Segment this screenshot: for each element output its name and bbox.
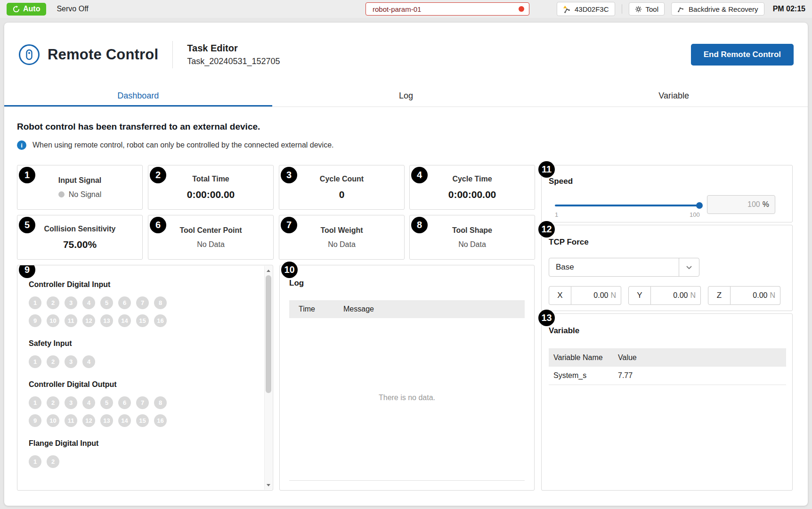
scrollbar-thumb[interactable]: [266, 275, 271, 393]
end-remote-control-button[interactable]: End Remote Control: [691, 44, 794, 66]
card-label: Cycle Count: [320, 175, 364, 183]
annotation-badge-1: 1: [19, 167, 35, 183]
annotation-badge-13: 13: [538, 310, 555, 326]
header-divider: [172, 41, 173, 68]
table-row: System_s 7.77: [549, 367, 786, 385]
io-indicator: 7: [136, 396, 149, 409]
device-id-button[interactable]: 43D02F3C: [557, 2, 615, 16]
card-label: Collision Sensitivity: [44, 225, 115, 233]
io-section-controller-digital-input: Controller Digital Input 1 2 3 4 5 6 7 8…: [29, 280, 254, 327]
card-total-time: 2 Total Time 0:00:00.00: [148, 165, 274, 210]
speed-max-label: 100: [690, 211, 700, 218]
log-bottom-divider: [289, 480, 525, 481]
card-cycle-time: 4 Cycle Time 0:00:00.00: [409, 165, 535, 210]
frame-select-value: Base: [549, 263, 679, 272]
task-name: Task_20240531_152705: [187, 57, 280, 66]
io-indicator: 12: [82, 314, 95, 327]
io-indicator: 3: [65, 296, 77, 309]
io-row: 9 10 11 12 13 14 15 16: [29, 314, 254, 327]
annotation-badge-10: 10: [281, 262, 298, 278]
axis-y-number: 0.00: [673, 291, 688, 300]
card-value: No Data: [328, 240, 356, 249]
robot-param-input[interactable]: [365, 2, 529, 16]
tab-variable[interactable]: Variable: [540, 86, 808, 107]
tab-log[interactable]: Log: [272, 86, 540, 107]
auto-mode-badge[interactable]: Auto: [7, 3, 46, 16]
io-indicator: 14: [118, 414, 131, 427]
io-indicator: 4: [82, 296, 95, 309]
axis-z-unit: N: [770, 291, 775, 300]
card-value: 0:00:00.00: [187, 189, 235, 200]
record-dot-icon: [519, 6, 524, 12]
io-indicator: 1: [29, 396, 41, 409]
io-panel: 9 Controller Digital Input 1 2 3 4 5 6 7…: [17, 265, 273, 491]
card-label: Total Time: [192, 175, 229, 183]
page-title: Remote Control: [48, 46, 158, 63]
io-row: 1 2: [29, 455, 254, 468]
speed-value-input[interactable]: 100 %: [707, 195, 775, 214]
chevron-down-icon: [679, 258, 699, 276]
annotation-badge-6: 6: [150, 217, 166, 233]
io-indicator: 11: [65, 414, 77, 427]
io-indicator: 1: [29, 355, 41, 368]
io-indicator: 7: [136, 296, 149, 309]
backdrive-recovery-button[interactable]: Backdrive & Recovery: [671, 2, 764, 16]
robot-param-field: [365, 2, 529, 16]
annotation-badge-4: 4: [411, 167, 428, 183]
io-indicator: 3: [65, 355, 77, 368]
signal-status: No Signal: [58, 190, 101, 199]
axis-x-value: 0.00 N: [571, 286, 621, 305]
io-section-title: Flange Digital Input: [29, 439, 254, 448]
scroll-up-button[interactable]: [265, 267, 272, 274]
card-value: 0: [339, 189, 345, 200]
io-section-controller-digital-output: Controller Digital Output 1 2 3 4 5 6 7 …: [29, 380, 254, 427]
card-input-signal: 1 Input Signal No Signal: [17, 165, 143, 210]
io-row: 1 2 3 4 5 6 7 8: [29, 396, 254, 409]
io-section-title: Controller Digital Output: [29, 380, 254, 389]
annotation-badge-3: 3: [281, 167, 297, 183]
notice-title: Robot control has been transferred to an…: [17, 122, 260, 132]
io-indicator: 12: [82, 414, 95, 427]
io-indicator: 2: [47, 396, 59, 409]
variable-panel: 13 Variable Variable Name Value System_s…: [541, 313, 793, 491]
card-label: Cycle Time: [452, 175, 492, 183]
io-scrollbar[interactable]: [264, 266, 272, 490]
log-panel: 10 Log Time Message There is no data.: [279, 265, 535, 491]
io-row: 1 2 3 4: [29, 355, 254, 368]
io-section-flange-digital-input: Flange Digital Input 1 2: [29, 439, 254, 468]
auto-mode-icon: [13, 6, 20, 13]
io-indicator: 14: [118, 314, 131, 327]
tab-dashboard[interactable]: Dashboard: [4, 86, 272, 107]
task-editor-label: Task Editor: [187, 43, 280, 54]
variable-value: 7.77: [618, 371, 786, 380]
card-value: No Data: [197, 240, 225, 249]
io-indicator: 13: [100, 414, 113, 427]
tcp-force-title: TCP Force: [549, 238, 589, 247]
speed-slider-handle[interactable]: [696, 202, 703, 209]
io-indicator: 2: [47, 455, 59, 468]
io-indicator: 2: [47, 355, 59, 368]
remote-control-icon: [18, 44, 40, 66]
annotation-badge-12: 12: [538, 221, 555, 238]
frame-select[interactable]: Base: [549, 258, 699, 277]
annotation-badge-2: 2: [150, 167, 166, 183]
tool-button[interactable]: Tool: [629, 2, 665, 16]
variable-name: System_s: [549, 371, 618, 380]
scroll-down-button[interactable]: [265, 481, 272, 489]
card-value: 0:00:00.00: [448, 189, 496, 200]
card-label: Tool Center Point: [179, 226, 242, 235]
device-id-label: 43D02F3C: [575, 5, 609, 13]
speed-slider[interactable]: [555, 205, 702, 206]
robot-arm-icon: [677, 5, 685, 13]
axis-z-number: 0.00: [753, 291, 767, 300]
io-indicator: 9: [29, 314, 41, 327]
card-value: 75.00%: [63, 239, 97, 250]
card-collision-sensitivity: 5 Collision Sensitivity 75.00%: [17, 215, 143, 260]
io-indicator: 13: [100, 314, 113, 327]
log-column-message: Message: [343, 305, 525, 313]
tcp-force-axes: X 0.00 N Y 0.00 N Z 0.00 N: [549, 286, 780, 305]
variable-title: Variable: [549, 326, 579, 336]
topbar-divider: [622, 4, 622, 14]
notice-info-text: When using remote control, robot can onl…: [32, 141, 333, 149]
card-cycle-count: 3 Cycle Count 0: [279, 165, 405, 210]
